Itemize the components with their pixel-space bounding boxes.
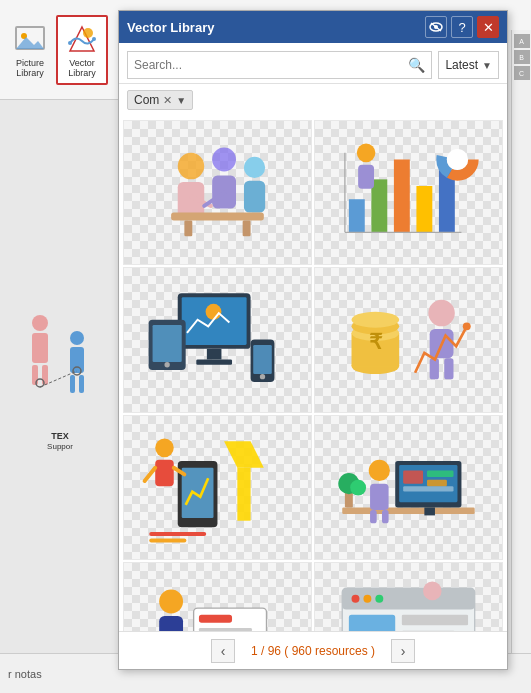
search-magnifier-icon: 🔍 (408, 57, 425, 73)
picture-library-label: Picture Library (7, 59, 53, 79)
svg-rect-62 (430, 359, 439, 380)
grid-item-4[interactable]: ₹ (314, 267, 503, 412)
svg-rect-48 (153, 325, 182, 362)
svg-rect-94 (199, 628, 252, 631)
sort-arrow-icon: ▼ (482, 60, 492, 71)
svg-point-10 (70, 331, 84, 345)
filter-tag-expand-icon[interactable]: ▼ (176, 95, 186, 106)
svg-point-24 (244, 157, 265, 178)
grid-item-8[interactable] (314, 562, 503, 631)
svg-rect-63 (444, 359, 453, 380)
svg-rect-68 (182, 468, 214, 518)
svg-line-71 (145, 468, 156, 481)
svg-rect-111 (402, 615, 468, 626)
svg-rect-9 (42, 365, 48, 385)
svg-point-58 (352, 312, 400, 328)
svg-point-90 (159, 590, 183, 614)
right-strip: A B C (511, 30, 531, 653)
picture-library-icon (12, 21, 48, 57)
svg-point-22 (212, 148, 236, 172)
panel-titlebar: Vector Library ? ✕ (119, 11, 507, 43)
svg-rect-13 (79, 375, 84, 393)
svg-point-52 (260, 374, 265, 379)
grid-item-1[interactable] (123, 120, 312, 265)
slide-area: TEXSuppor (0, 100, 120, 653)
svg-point-85 (350, 479, 366, 495)
svg-marker-65 (224, 441, 264, 467)
svg-point-60 (428, 300, 454, 326)
slide-content: TEXSuppor (25, 303, 95, 451)
right-strip-item-1: A (514, 34, 530, 48)
filter-tag-remove-icon[interactable]: ✕ (163, 94, 172, 107)
svg-rect-80 (427, 470, 453, 477)
svg-rect-25 (244, 181, 265, 213)
svg-rect-42 (358, 165, 374, 189)
svg-point-49 (165, 363, 170, 368)
grid-item-5[interactable] (123, 415, 312, 560)
svg-rect-88 (370, 510, 377, 523)
svg-rect-33 (394, 160, 410, 233)
search-input[interactable] (134, 58, 408, 72)
search-input-wrap[interactable]: 🔍 (127, 51, 432, 79)
svg-rect-75 (342, 507, 474, 514)
toolbar: Picture Library Vector Library (0, 0, 120, 100)
svg-point-20 (178, 153, 204, 179)
svg-point-107 (352, 595, 360, 603)
svg-point-4 (68, 41, 72, 45)
svg-rect-12 (70, 375, 75, 393)
image-grid: ₹ (123, 120, 503, 631)
svg-rect-28 (243, 220, 251, 236)
svg-rect-32 (371, 179, 387, 232)
eye-icon-button[interactable] (425, 16, 447, 38)
svg-rect-81 (427, 479, 447, 486)
svg-point-115 (423, 582, 442, 601)
titlebar-icons: ? ✕ (425, 16, 499, 38)
vector-library-button[interactable]: Vector Library (56, 15, 108, 85)
sort-label: Latest (445, 58, 478, 72)
filter-tag[interactable]: Com ✕ ▼ (127, 90, 193, 110)
filter-row: Com ✕ ▼ (119, 84, 507, 116)
vector-library-icon (64, 21, 100, 57)
vector-library-label: Vector Library (60, 59, 104, 79)
picture-library-button[interactable]: Picture Library (4, 15, 56, 85)
svg-point-41 (357, 144, 376, 163)
svg-rect-66 (237, 468, 250, 521)
svg-rect-7 (32, 333, 48, 363)
next-page-button[interactable]: › (391, 639, 415, 663)
svg-rect-87 (370, 483, 389, 509)
svg-rect-82 (403, 486, 453, 491)
svg-point-53 (206, 304, 222, 320)
grid-item-2[interactable] (314, 120, 503, 265)
grid-item-6[interactable] (314, 415, 503, 560)
panel-title: Vector Library (127, 20, 425, 35)
help-icon-button[interactable]: ? (451, 16, 473, 38)
pagination-text: 1 / 96 ( 960 resources ) (251, 644, 375, 658)
svg-point-6 (32, 315, 48, 331)
svg-rect-46 (196, 360, 232, 365)
svg-marker-2 (16, 37, 44, 49)
svg-rect-106 (342, 588, 474, 609)
grid-item-7[interactable] (123, 562, 312, 631)
vector-library-panel: Vector Library ? ✕ 🔍 Latest ▼ Com ✕ ▼ (118, 10, 508, 670)
next-arrow-icon: › (401, 643, 406, 659)
panel-footer: ‹ 1 / 96 ( 960 resources ) › (119, 631, 507, 669)
svg-point-3 (83, 28, 93, 38)
image-grid-area: ₹ (119, 116, 507, 631)
prev-arrow-icon: ‹ (221, 643, 226, 659)
svg-point-40 (447, 149, 468, 170)
prev-page-button[interactable]: ‹ (211, 639, 235, 663)
svg-rect-79 (403, 470, 423, 483)
svg-rect-89 (382, 510, 389, 523)
sort-dropdown[interactable]: Latest ▼ (438, 51, 499, 79)
svg-point-5 (92, 37, 96, 41)
svg-rect-8 (32, 365, 38, 385)
notes-label: r notas (8, 668, 42, 680)
right-strip-item-3: C (514, 66, 530, 80)
filter-tag-label: Com (134, 93, 159, 107)
svg-text:₹: ₹ (369, 330, 383, 353)
close-panel-button[interactable]: ✕ (477, 16, 499, 38)
svg-point-108 (363, 595, 371, 603)
grid-item-3[interactable] (123, 267, 312, 412)
svg-rect-31 (349, 199, 365, 232)
search-row: 🔍 Latest ▼ (119, 43, 507, 84)
